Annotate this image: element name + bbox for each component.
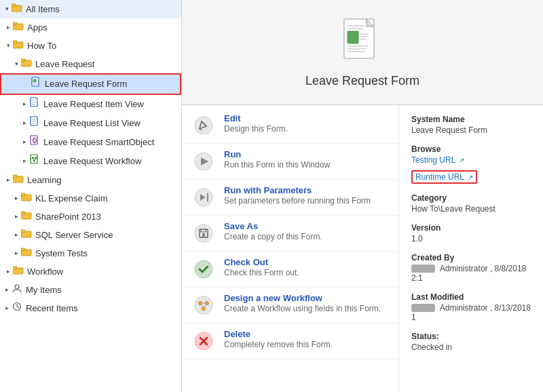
tree-arrow-leave-request-smartobject: ▸	[20, 138, 29, 147]
action-save-as[interactable]: Save AsCreate a copy of this Form.	[182, 216, 398, 252]
action-desc-check-out: Check this Form out.	[224, 268, 299, 277]
last-modified-value: ████ Administrator , 8/13/2018 1	[411, 303, 531, 322]
browse-label: Browse	[411, 144, 531, 154]
svg-rect-22	[31, 155, 37, 163]
folder-open-icon	[20, 57, 33, 71]
action-check-out[interactable]: Check OutCheck this Form out.	[182, 252, 398, 288]
folder-open-icon	[12, 39, 24, 53]
svg-rect-65	[207, 193, 208, 201]
category-section: Category How To\Leave Request	[411, 193, 531, 214]
action-run-with-params[interactable]: Run with ParametersSet parameters before…	[182, 180, 398, 216]
category-value: How To\Leave Request	[411, 204, 531, 214]
action-design-workflow[interactable]: Design a new WorkflowCreate a Workflow u…	[182, 288, 398, 324]
svg-point-70	[195, 296, 212, 314]
save-as-action-icon	[191, 221, 216, 246]
sidebar-label-learning: Learning	[27, 174, 62, 187]
svg-rect-40	[13, 267, 17, 269]
action-delete[interactable]: DeleteCompletely remove this Form.	[182, 324, 398, 359]
sidebar-item-sharepoint-2013[interactable]: ▸SharePoint 2013	[0, 208, 181, 226]
sidebar-label-my-items: My Items	[26, 283, 62, 297]
version-label: Version	[411, 223, 531, 233]
design-workflow-action-icon	[191, 293, 216, 317]
info-panel: System Name Leave Request Form Browse Te…	[399, 105, 543, 392]
action-desc-run-with-params: Set parameters before running this Form	[224, 196, 371, 205]
sidebar-label-leave-request-item-view: Leave Request Item View	[43, 98, 144, 111]
system-name-label: System Name	[411, 115, 531, 124]
sidebar-item-sql-server-service[interactable]: ▸SQL Server Service	[0, 226, 181, 244]
sidebar-label-leave-request-list-view: Leave Request List View	[43, 117, 141, 130]
version-value: 1.0	[411, 234, 531, 243]
actions-panel: EditDesign this Form.RunRun this Form in…	[182, 105, 399, 392]
last-modified-user: Administrator	[440, 303, 488, 313]
system-name-value: Leave Request Form	[411, 125, 531, 135]
sidebar-item-kl-expense-claim[interactable]: ▸KL Expense Claim	[0, 189, 181, 208]
action-text-design-workflow: Design a new WorkflowCreate a Workflow u…	[224, 293, 381, 313]
action-edit[interactable]: EditDesign this Form.	[182, 108, 398, 144]
tree-arrow-system-tests: ▸	[12, 249, 20, 258]
action-title-edit: Edit	[224, 113, 288, 123]
tree-arrow-leave-request: ▾	[12, 60, 20, 69]
tree-arrow-sql-server-service: ▸	[12, 231, 20, 240]
sidebar-item-my-items[interactable]: ▸My Items	[0, 281, 181, 299]
sidebar-item-leave-request[interactable]: ▾Leave Request	[0, 55, 181, 73]
category-label: Category	[411, 193, 531, 203]
svg-rect-36	[21, 230, 25, 233]
sidebar-item-learning[interactable]: ▸Learning	[0, 171, 181, 189]
last-modified-label: Last Modified	[411, 292, 531, 302]
action-desc-delete: Completely remove this Form.	[224, 340, 333, 349]
browse-section: Browse Testing URL ↗ Runtime URL ↗	[411, 144, 531, 184]
form-document-icon	[339, 16, 386, 67]
sidebar-item-leave-request-item-view[interactable]: ▸Leave Request Item View	[0, 95, 181, 114]
created-by-label: Created By	[411, 253, 531, 262]
action-title-run-with-params: Run with Parameters	[224, 185, 371, 195]
sidebar-label-apps: Apps	[27, 21, 48, 35]
folder-icon	[20, 246, 33, 260]
sidebar-item-apps[interactable]: ▸Apps	[0, 18, 181, 37]
action-run[interactable]: RunRun this Form in this Window	[182, 144, 398, 180]
runtime-url-link[interactable]: Runtime URL ↗	[415, 172, 473, 182]
action-title-check-out: Check Out	[224, 257, 299, 267]
version-section: Version 1.0	[411, 223, 531, 243]
action-title-run: Run	[224, 149, 330, 159]
tree-arrow-learning: ▸	[4, 176, 12, 185]
sidebar-label-system-tests: System Tests	[35, 247, 88, 260]
form-preview-panel: Leave Request Form	[182, 0, 543, 105]
sidebar-item-how-to[interactable]: ▾How To	[0, 37, 181, 55]
sidebar-item-all-items[interactable]: ▾All Items	[0, 0, 181, 18]
sidebar-item-leave-request-list-view[interactable]: ▸Leave Request List View	[0, 114, 181, 133]
svg-point-41	[15, 285, 19, 289]
checkout-action-icon	[191, 257, 216, 281]
sidebar-item-leave-request-form[interactable]: Leave Request Form	[0, 73, 181, 95]
svg-rect-34	[21, 212, 25, 214]
delete-action-icon	[191, 329, 216, 353]
sidebar-item-system-tests[interactable]: ▸System Tests	[0, 244, 181, 262]
tree-arrow-apps: ▸	[4, 23, 12, 33]
folder-icon	[12, 173, 24, 187]
action-text-edit: EditDesign this Form.	[224, 113, 288, 134]
sidebar-label-leave-request: Leave Request	[35, 58, 94, 71]
testing-url-link[interactable]: Testing URL ↗	[411, 155, 464, 165]
smart-icon	[29, 135, 41, 150]
svg-rect-38	[21, 248, 25, 251]
last-modified-avatar: ████	[411, 304, 435, 312]
sidebar-item-leave-request-smartobject[interactable]: ▸Leave Request SmartObject	[0, 133, 181, 152]
last-modified-section: Last Modified ████ Administrator , 8/13/…	[411, 292, 531, 322]
action-desc-design-workflow: Create a Workflow using fields in this F…	[224, 304, 381, 313]
svg-rect-68	[202, 233, 205, 237]
action-text-check-out: Check OutCheck this Form out.	[224, 257, 299, 277]
sidebar-item-recent-items[interactable]: ▸Recent Items	[0, 299, 181, 317]
sidebar-label-recent-items: Recent Items	[26, 302, 78, 315]
sidebar-label-leave-request-smartobject: Leave Request SmartObject	[43, 136, 154, 149]
folder-icon	[20, 191, 33, 205]
sidebar-item-workflow[interactable]: ▸Workflow	[0, 262, 181, 281]
sidebar-item-leave-request-workflow[interactable]: ▸Leave Request Workflow	[0, 152, 181, 171]
tree-arrow-recent-items: ▸	[3, 304, 11, 313]
folder-icon	[12, 264, 24, 279]
tree-arrow-kl-expense-claim: ▸	[12, 194, 20, 203]
list-icon	[29, 116, 41, 131]
action-title-delete: Delete	[224, 329, 333, 339]
action-text-run-with-params: Run with ParametersSet parameters before…	[224, 185, 371, 205]
runtime-url-box: Runtime URL ↗	[411, 170, 477, 184]
play-action-icon	[191, 149, 216, 174]
play-params-action-icon	[191, 185, 216, 210]
